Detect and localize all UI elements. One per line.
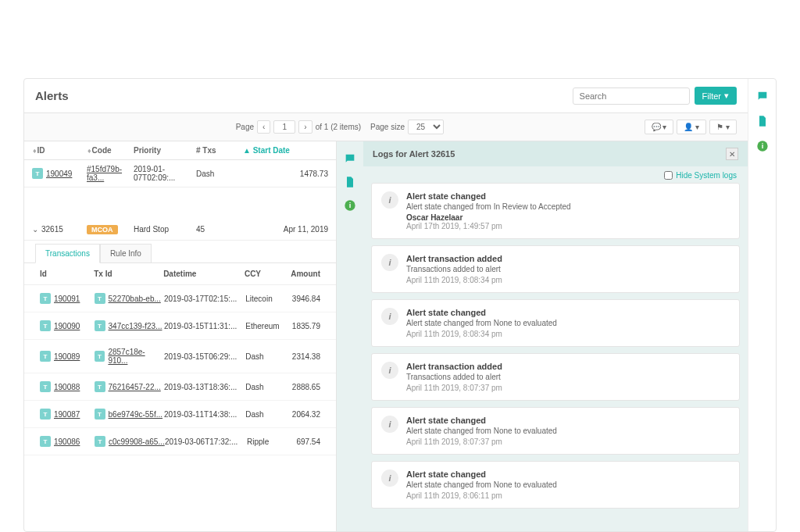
log-entry: i Alert state changed Alert state change… [371,461,740,509]
info-icon: i [381,308,398,325]
flag-dropdown[interactable]: ⚑ ▾ [709,120,737,134]
logs-title: Logs for Alert 32615 [373,149,455,159]
tx-row[interactable]: T190087 Tb6e9749c-55f... 2019-03-11T14:3… [24,401,336,428]
log-entry: i Alert state changed Alert state change… [371,183,740,239]
log-entry: i Alert transaction added Transactions a… [371,245,740,293]
svg-text:i: i [349,202,352,209]
search-input-wrap[interactable] [573,87,690,105]
type-icon: T [95,320,105,331]
info-icon: i [381,254,398,271]
user-dropdown[interactable]: 👤 ▾ [677,120,706,134]
filter-button[interactable]: Filter ▾ [695,87,737,105]
type-icon: T [95,409,105,420]
tx-id-link[interactable]: 190090 [54,322,80,330]
log-entry: i Alert state changed Alert state change… [371,299,740,347]
page-title: Alerts [35,89,69,102]
pager-prev[interactable]: ‹ [257,120,270,134]
tx-row[interactable]: T190088 T76216457-22... 2019-03-13T18:36… [24,373,336,401]
document-icon[interactable] [344,176,356,188]
mid-rail: i [337,141,363,531]
txid-link[interactable]: 2857c18e-910... [108,348,164,365]
table-row[interactable]: T190049 #15fd79b-fa3... 2019-01-07T02:09… [24,160,336,187]
info-icon[interactable]: i [756,140,769,152]
log-entry: i Alert transaction added Transactions a… [371,353,740,401]
page-header: Alerts Filter ▾ [24,79,748,113]
close-logs-button[interactable]: ✕ [726,148,738,160]
search-input[interactable] [580,91,688,101]
chevron-down-icon[interactable]: ⌄ [32,225,41,234]
tx-id-link[interactable]: 190087 [54,410,80,419]
info-icon: i [381,470,398,487]
type-icon: T [95,351,105,362]
txid-link[interactable]: 347cc139-f23... [109,322,162,330]
svg-text:i: i [761,142,763,150]
info-icon: i [381,362,398,379]
table-header-row: ♦ID ♦Code Priority # Txs ▲ Start Date [24,141,336,160]
code-badge: MCOA [87,225,118,234]
tx-row[interactable]: T190091 T52270bab-eb... 2019-03-17T02:15… [24,285,336,312]
hide-system-checkbox[interactable] [664,171,673,180]
pager-current[interactable] [273,120,295,134]
type-icon: T [95,381,105,392]
txid-link[interactable]: b6e9749c-55f... [109,410,163,419]
info-icon: i [381,416,398,433]
pager-size[interactable]: 25 [408,120,444,134]
tx-row[interactable]: T190089 T2857c18e-910... 2019-03-15T06:2… [24,340,336,373]
comment-dropdown[interactable]: 💬 ▾ [645,120,674,134]
type-icon: T [40,320,51,331]
tab-transactions[interactable]: Transactions [35,244,100,263]
detail-tabs: Transactions Rule Info [24,241,336,263]
info-icon: i [381,191,398,209]
type-icon: T [40,409,51,420]
type-icon: T [40,351,51,362]
txid-link[interactable]: 52270bab-eb... [109,295,161,303]
tab-rule-info[interactable]: Rule Info [100,244,152,262]
transactions-table: Id Tx Id Datetime CCY Amount T190091 T52… [24,263,336,531]
type-icon: T [40,381,51,392]
info-icon[interactable]: i [344,199,356,212]
filter-icon: ▾ [724,91,729,101]
type-icon: T [32,168,43,179]
right-rail: i [748,79,776,531]
document-icon[interactable] [756,115,769,127]
type-icon: T [95,436,105,447]
toolbar: Page ‹ › of 1 (2 items) Page size 25 💬 ▾… [24,113,748,141]
txid-link[interactable]: 76216457-22... [109,383,161,391]
tx-row[interactable]: T190090 T347cc139-f23... 2019-03-15T11:3… [24,312,336,340]
alerts-table: ♦ID ♦Code Priority # Txs ▲ Start Date T1… [24,141,337,531]
type-icon: T [40,436,51,447]
pager: Page ‹ › of 1 (2 items) Page size 25 [236,120,444,134]
logs-panel: Logs for Alert 32615 ✕ Hide System logs … [363,141,748,531]
txid-link[interactable]: c0c99908-a65... [109,437,165,446]
tx-row[interactable]: T190086 Tc0c99908-a65... 2019-03-06T17:3… [24,428,336,455]
log-entry: i Alert state changed Alert state change… [371,407,740,455]
comment-icon[interactable] [756,90,769,102]
tx-id-link[interactable]: 190089 [54,352,80,361]
type-icon: T [40,293,51,304]
tx-id-link[interactable]: 190091 [54,295,80,303]
type-icon: T [95,293,105,304]
tx-id-link[interactable]: 190088 [54,383,80,391]
table-row-expanded: ⌄ 32615 MCOA Hard Stop 45 Apr 11, 2019 [24,219,336,241]
comment-icon[interactable] [344,152,356,165]
pager-next[interactable]: › [298,120,312,134]
tx-id-link[interactable]: 190086 [54,437,80,446]
